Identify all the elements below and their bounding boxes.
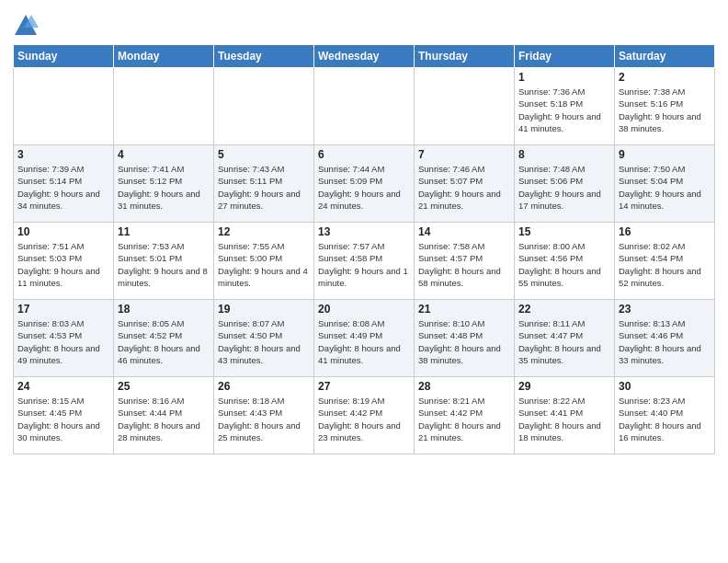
day-info: Sunrise: 7:51 AM Sunset: 5:03 PM Dayligh… bbox=[17, 240, 109, 289]
day-info: Sunrise: 8:11 AM Sunset: 4:47 PM Dayligh… bbox=[518, 317, 610, 366]
day-number: 28 bbox=[418, 380, 510, 393]
calendar-cell bbox=[14, 68, 114, 145]
calendar-cell: 24Sunrise: 8:15 AM Sunset: 4:45 PM Dayli… bbox=[14, 377, 114, 454]
day-info: Sunrise: 8:23 AM Sunset: 4:40 PM Dayligh… bbox=[619, 395, 711, 443]
calendar-cell: 5Sunrise: 7:43 AM Sunset: 5:11 PM Daylig… bbox=[214, 145, 314, 223]
calendar-week-3: 10Sunrise: 7:51 AM Sunset: 5:03 PM Dayli… bbox=[14, 223, 715, 300]
calendar-cell: 21Sunrise: 8:10 AM Sunset: 4:48 PM Dayli… bbox=[415, 300, 515, 377]
day-info: Sunrise: 7:36 AM Sunset: 5:18 PM Dayligh… bbox=[518, 86, 610, 134]
calendar-cell: 4Sunrise: 7:41 AM Sunset: 5:12 PM Daylig… bbox=[114, 145, 214, 223]
calendar-cell: 11Sunrise: 7:53 AM Sunset: 5:01 PM Dayli… bbox=[114, 223, 214, 300]
day-number: 20 bbox=[318, 303, 410, 316]
day-info: Sunrise: 8:16 AM Sunset: 4:44 PM Dayligh… bbox=[118, 395, 210, 443]
day-number: 6 bbox=[318, 148, 410, 161]
day-info: Sunrise: 7:58 AM Sunset: 4:57 PM Dayligh… bbox=[418, 240, 510, 289]
day-number: 11 bbox=[118, 225, 210, 238]
calendar-cell bbox=[415, 68, 515, 145]
calendar-cell: 25Sunrise: 8:16 AM Sunset: 4:44 PM Dayli… bbox=[114, 377, 214, 454]
col-header-sunday: Sunday bbox=[14, 45, 114, 68]
day-number: 13 bbox=[318, 225, 410, 238]
day-info: Sunrise: 7:46 AM Sunset: 5:07 PM Dayligh… bbox=[418, 163, 510, 212]
day-number: 14 bbox=[418, 225, 510, 238]
day-info: Sunrise: 7:43 AM Sunset: 5:11 PM Dayligh… bbox=[218, 163, 310, 212]
calendar-cell: 28Sunrise: 8:21 AM Sunset: 4:42 PM Dayli… bbox=[415, 377, 515, 454]
calendar-cell: 17Sunrise: 8:03 AM Sunset: 4:53 PM Dayli… bbox=[14, 300, 114, 377]
calendar-cell: 15Sunrise: 8:00 AM Sunset: 4:56 PM Dayli… bbox=[515, 223, 615, 300]
day-number: 22 bbox=[518, 303, 610, 316]
day-number: 1 bbox=[518, 71, 610, 84]
day-info: Sunrise: 7:53 AM Sunset: 5:01 PM Dayligh… bbox=[118, 240, 210, 289]
day-number: 26 bbox=[218, 380, 310, 393]
day-info: Sunrise: 8:19 AM Sunset: 4:42 PM Dayligh… bbox=[318, 395, 410, 443]
col-header-thursday: Thursday bbox=[415, 45, 515, 68]
day-info: Sunrise: 7:39 AM Sunset: 5:14 PM Dayligh… bbox=[17, 163, 109, 212]
calendar-week-4: 17Sunrise: 8:03 AM Sunset: 4:53 PM Dayli… bbox=[14, 300, 715, 377]
day-info: Sunrise: 8:10 AM Sunset: 4:48 PM Dayligh… bbox=[418, 317, 510, 366]
day-number: 21 bbox=[418, 303, 510, 316]
calendar-cell bbox=[214, 68, 314, 145]
calendar-cell: 27Sunrise: 8:19 AM Sunset: 4:42 PM Dayli… bbox=[314, 377, 415, 454]
day-number: 27 bbox=[318, 380, 410, 393]
day-info: Sunrise: 7:57 AM Sunset: 4:58 PM Dayligh… bbox=[318, 240, 410, 289]
day-info: Sunrise: 8:00 AM Sunset: 4:56 PM Dayligh… bbox=[518, 240, 610, 289]
logo bbox=[13, 13, 42, 39]
calendar-week-2: 3Sunrise: 7:39 AM Sunset: 5:14 PM Daylig… bbox=[14, 145, 715, 223]
day-info: Sunrise: 8:21 AM Sunset: 4:42 PM Dayligh… bbox=[418, 395, 510, 443]
day-info: Sunrise: 7:55 AM Sunset: 5:00 PM Dayligh… bbox=[218, 240, 310, 289]
col-header-saturday: Saturday bbox=[615, 45, 715, 68]
day-number: 19 bbox=[218, 303, 310, 316]
day-number: 23 bbox=[619, 303, 711, 316]
calendar-header-row: SundayMondayTuesdayWednesdayThursdayFrid… bbox=[14, 45, 715, 68]
day-number: 3 bbox=[17, 148, 109, 161]
calendar-cell: 8Sunrise: 7:48 AM Sunset: 5:06 PM Daylig… bbox=[515, 145, 615, 223]
calendar-cell: 10Sunrise: 7:51 AM Sunset: 5:03 PM Dayli… bbox=[14, 223, 114, 300]
calendar-cell: 7Sunrise: 7:46 AM Sunset: 5:07 PM Daylig… bbox=[415, 145, 515, 223]
col-header-monday: Monday bbox=[114, 45, 214, 68]
calendar-cell: 1Sunrise: 7:36 AM Sunset: 5:18 PM Daylig… bbox=[515, 68, 615, 145]
calendar-cell: 23Sunrise: 8:13 AM Sunset: 4:46 PM Dayli… bbox=[615, 300, 715, 377]
calendar-cell: 26Sunrise: 8:18 AM Sunset: 4:43 PM Dayli… bbox=[214, 377, 314, 454]
header bbox=[13, 9, 715, 39]
day-number: 24 bbox=[17, 380, 109, 393]
calendar-cell: 13Sunrise: 7:57 AM Sunset: 4:58 PM Dayli… bbox=[314, 223, 415, 300]
calendar-cell: 18Sunrise: 8:05 AM Sunset: 4:52 PM Dayli… bbox=[114, 300, 214, 377]
day-number: 4 bbox=[118, 148, 210, 161]
day-info: Sunrise: 8:18 AM Sunset: 4:43 PM Dayligh… bbox=[218, 395, 310, 443]
day-number: 2 bbox=[619, 71, 711, 84]
day-number: 15 bbox=[518, 225, 610, 238]
calendar-cell: 6Sunrise: 7:44 AM Sunset: 5:09 PM Daylig… bbox=[314, 145, 415, 223]
day-info: Sunrise: 8:05 AM Sunset: 4:52 PM Dayligh… bbox=[118, 317, 210, 366]
day-info: Sunrise: 7:48 AM Sunset: 5:06 PM Dayligh… bbox=[518, 163, 610, 212]
day-number: 30 bbox=[619, 380, 711, 393]
day-number: 9 bbox=[619, 148, 711, 161]
calendar-cell: 2Sunrise: 7:38 AM Sunset: 5:16 PM Daylig… bbox=[615, 68, 715, 145]
day-info: Sunrise: 8:07 AM Sunset: 4:50 PM Dayligh… bbox=[218, 317, 310, 366]
day-number: 18 bbox=[118, 303, 210, 316]
day-number: 8 bbox=[518, 148, 610, 161]
day-info: Sunrise: 8:22 AM Sunset: 4:41 PM Dayligh… bbox=[518, 395, 610, 443]
day-number: 7 bbox=[418, 148, 510, 161]
day-info: Sunrise: 7:38 AM Sunset: 5:16 PM Dayligh… bbox=[619, 86, 711, 134]
calendar-cell: 9Sunrise: 7:50 AM Sunset: 5:04 PM Daylig… bbox=[615, 145, 715, 223]
calendar-week-1: 1Sunrise: 7:36 AM Sunset: 5:18 PM Daylig… bbox=[14, 68, 715, 145]
col-header-wednesday: Wednesday bbox=[314, 45, 415, 68]
col-header-friday: Friday bbox=[515, 45, 615, 68]
day-info: Sunrise: 8:15 AM Sunset: 4:45 PM Dayligh… bbox=[17, 395, 109, 443]
day-number: 5 bbox=[218, 148, 310, 161]
calendar-cell bbox=[114, 68, 214, 145]
calendar-cell: 12Sunrise: 7:55 AM Sunset: 5:00 PM Dayli… bbox=[214, 223, 314, 300]
day-info: Sunrise: 8:02 AM Sunset: 4:54 PM Dayligh… bbox=[619, 240, 711, 289]
calendar-cell: 22Sunrise: 8:11 AM Sunset: 4:47 PM Dayli… bbox=[515, 300, 615, 377]
calendar-cell: 20Sunrise: 8:08 AM Sunset: 4:49 PM Dayli… bbox=[314, 300, 415, 377]
day-info: Sunrise: 7:41 AM Sunset: 5:12 PM Dayligh… bbox=[118, 163, 210, 212]
day-number: 16 bbox=[619, 225, 711, 238]
calendar-week-5: 24Sunrise: 8:15 AM Sunset: 4:45 PM Dayli… bbox=[14, 377, 715, 454]
col-header-tuesday: Tuesday bbox=[214, 45, 314, 68]
day-info: Sunrise: 8:08 AM Sunset: 4:49 PM Dayligh… bbox=[318, 317, 410, 366]
day-number: 25 bbox=[118, 380, 210, 393]
day-info: Sunrise: 7:50 AM Sunset: 5:04 PM Dayligh… bbox=[619, 163, 711, 212]
calendar-cell bbox=[314, 68, 415, 145]
calendar-cell: 30Sunrise: 8:23 AM Sunset: 4:40 PM Dayli… bbox=[615, 377, 715, 454]
calendar-cell: 19Sunrise: 8:07 AM Sunset: 4:50 PM Dayli… bbox=[214, 300, 314, 377]
page: SundayMondayTuesdayWednesdayThursdayFrid… bbox=[0, 0, 728, 563]
